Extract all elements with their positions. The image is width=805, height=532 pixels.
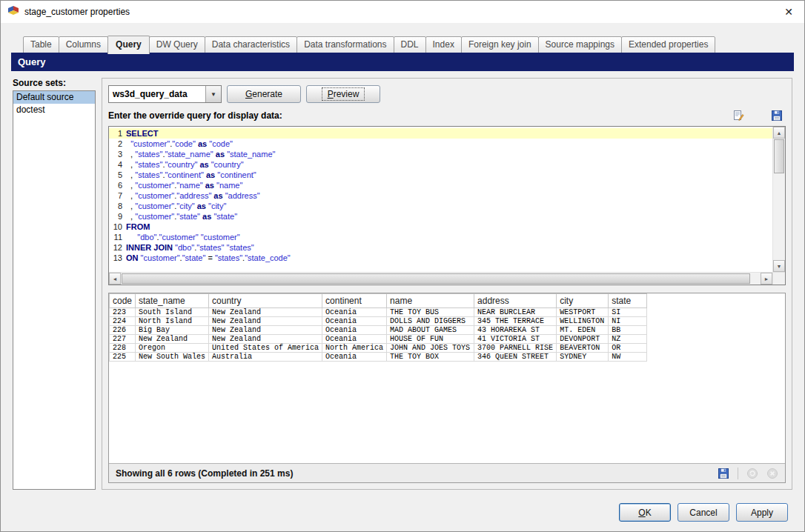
source-set-item-doctest[interactable]: doctest: [13, 104, 95, 116]
results-table: codestate_namecountrycontinentnameaddres…: [109, 293, 647, 362]
sql-line: 8 , "customer"."city" as "city": [109, 201, 772, 211]
sql-line: 5 , "states"."continent" as "continent": [109, 170, 772, 180]
cancel-button[interactable]: Cancel: [678, 503, 729, 522]
line-number: 8: [109, 201, 126, 211]
column-header-state-name[interactable]: state_name: [136, 294, 209, 308]
tab-table[interactable]: Table: [23, 36, 59, 53]
scroll-right-icon[interactable]: ►: [761, 273, 772, 285]
line-number: 1: [109, 128, 126, 139]
sql-line: 2 "customer"."code" as "code": [109, 139, 772, 149]
table-cell: BEAVERTON: [557, 344, 609, 353]
sql-line: 1SELECT: [109, 128, 772, 139]
column-header-country[interactable]: country: [209, 294, 322, 308]
table-row[interactable]: 226Big BayNew ZealandOceaniaMAD ABOUT GA…: [110, 326, 647, 335]
table-cell: 345 THE TERRACE: [474, 317, 557, 326]
table-cell: Oceania: [322, 317, 387, 326]
query-template-value: ws3d_query_data: [109, 86, 205, 102]
column-header-code[interactable]: code: [110, 294, 136, 308]
app-icon: [7, 4, 19, 19]
table-cell: BB: [609, 326, 647, 335]
save-query-icon[interactable]: [771, 110, 783, 122]
query-template-dropdown[interactable]: ws3d_query_data ▼: [108, 85, 222, 103]
tab-source-mappings[interactable]: Source mappings: [538, 36, 622, 53]
status-divider: [738, 468, 738, 479]
column-header-city[interactable]: city: [557, 294, 609, 308]
tab-extended-properties[interactable]: Extended properties: [621, 36, 715, 53]
tab-dw-query[interactable]: DW Query: [149, 36, 205, 53]
table-cell: SYDNEY: [557, 353, 609, 362]
results-grid: codestate_namecountrycontinentnameaddres…: [109, 293, 785, 463]
table-cell: MAD ABOUT GAMES: [387, 326, 474, 335]
line-number: 2: [109, 139, 126, 149]
table-cell: DOLLS AND DIGGERS: [387, 317, 474, 326]
preview-button[interactable]: Preview: [306, 85, 380, 103]
table-cell: Oregon: [136, 344, 209, 353]
source-sets-label: Source sets:: [13, 78, 96, 88]
table-cell: Big Bay: [136, 326, 209, 335]
source-sets-panel: Source sets: Default sourcedoctest: [13, 78, 96, 490]
table-cell: DEVONPORT: [557, 335, 609, 344]
generate-button[interactable]: Generate: [227, 85, 301, 103]
table-cell: North Island: [136, 317, 209, 326]
sql-line: 10FROM: [109, 222, 772, 232]
chevron-down-icon[interactable]: ▼: [205, 86, 221, 102]
table-cell: North America: [322, 344, 387, 353]
sql-line: 6 , "customer"."name" as "name": [109, 180, 772, 190]
tab-ddl[interactable]: DDL: [394, 36, 426, 53]
scroll-down-icon[interactable]: ▼: [773, 260, 785, 272]
vertical-scroll-thumb[interactable]: [774, 139, 784, 173]
scrollbar-corner: [772, 273, 785, 285]
source-set-item-default-source[interactable]: Default source: [13, 91, 95, 104]
table-cell: 228: [110, 344, 136, 353]
table-cell: THE TOY BOX: [387, 353, 474, 362]
close-icon[interactable]: ✕: [778, 1, 800, 23]
column-header-address[interactable]: address: [474, 294, 557, 308]
section-header: Query: [11, 53, 794, 71]
column-header-continent[interactable]: continent: [322, 294, 387, 308]
table-cell: 43 HORAREKA ST: [474, 326, 557, 335]
table-cell: 3700 PARNELL RISE: [474, 344, 557, 353]
table-cell: New Zealand: [209, 326, 322, 335]
tab-query[interactable]: Query: [107, 36, 150, 54]
tab-data-characteristics[interactable]: Data characteristics: [205, 36, 297, 53]
scroll-up-icon[interactable]: ▲: [773, 127, 785, 139]
table-cell: 226: [110, 326, 136, 335]
main-area: Source sets: Default sourcedoctest ws3d_…: [13, 78, 792, 490]
table-cell: New Zealand: [209, 308, 322, 317]
column-header-name[interactable]: name: [387, 294, 474, 308]
tab-data-transformations[interactable]: Data transformations: [297, 36, 394, 53]
refresh-icon: [746, 468, 758, 479]
table-cell: Oceania: [322, 308, 387, 317]
table-row[interactable]: 228OregonUnited States of AmericaNorth A…: [110, 344, 647, 353]
table-cell: 223: [110, 308, 136, 317]
source-sets-list[interactable]: Default sourcedoctest: [13, 90, 96, 490]
table-cell: 227: [110, 335, 136, 344]
table-row[interactable]: 225New South WalesAustraliaOceaniaTHE TO…: [110, 353, 647, 362]
scroll-left-icon[interactable]: ◄: [109, 273, 121, 285]
table-row[interactable]: 223South IslandNew ZealandOceaniaTHE TOY…: [110, 308, 647, 317]
apply-button[interactable]: Apply: [736, 503, 788, 522]
sql-code-area[interactable]: 1SELECT2 "customer"."code" as "code"3 , …: [109, 127, 772, 272]
line-number: 9: [109, 211, 126, 222]
ok-button[interactable]: OK: [619, 503, 671, 522]
table-row[interactable]: 227New ZealandNew ZealandOceaniaHOUSE OF…: [110, 335, 647, 344]
tab-columns[interactable]: Columns: [59, 36, 108, 53]
tab-index[interactable]: Index: [425, 36, 462, 53]
editor-horizontal-scrollbar[interactable]: ◄ ►: [109, 273, 772, 285]
sql-line: 11 "dbo"."customer" "customer": [109, 232, 772, 242]
tab-foreign-key-join[interactable]: Foreign key join: [461, 36, 539, 53]
table-cell: New South Wales: [136, 353, 209, 362]
table-row[interactable]: 224North IslandNew ZealandOceaniaDOLLS A…: [110, 317, 647, 326]
table-cell: 346 QuEEN STREET: [474, 353, 557, 362]
edit-query-icon[interactable]: [733, 110, 744, 122]
line-number: 4: [109, 159, 126, 170]
sql-editor: 1SELECT2 "customer"."code" as "code"3 , …: [108, 126, 786, 285]
table-cell: HOUSE OF FUN: [387, 335, 474, 344]
horizontal-scroll-thumb[interactable]: [122, 273, 750, 284]
properties-window: { "window": { "title": "stage_customer p…: [0, 0, 805, 532]
table-cell: Oceania: [322, 326, 387, 335]
save-results-icon[interactable]: [718, 468, 729, 479]
sql-line: 12INNER JOIN "dbo"."states" "states": [109, 242, 772, 253]
editor-vertical-scrollbar[interactable]: ▲ ▼: [772, 127, 785, 272]
column-header-state[interactable]: state: [609, 294, 647, 308]
